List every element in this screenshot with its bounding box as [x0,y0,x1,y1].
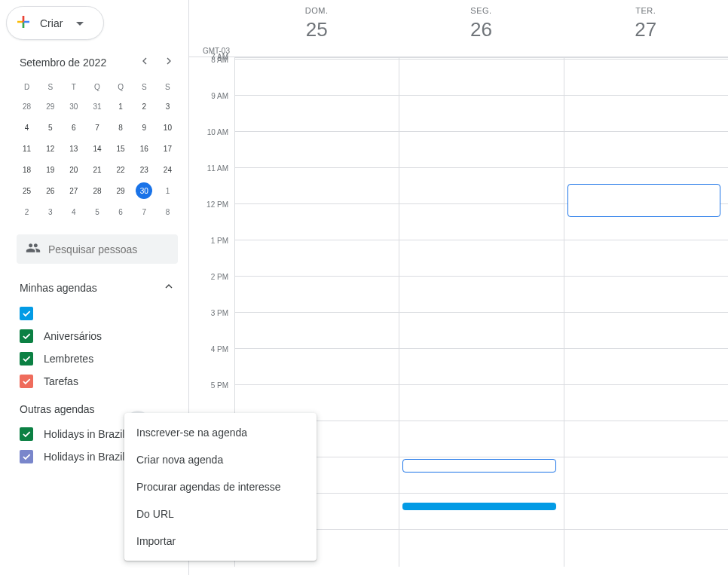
mini-cal-day[interactable]: 26 [46,182,54,200]
hour-cell[interactable] [235,348,399,384]
day-header[interactable]: SEG. 26 [399,0,563,57]
mini-cal-day[interactable]: 20 [69,161,78,179]
hour-cell[interactable] [399,312,563,348]
mini-cal-day[interactable]: 18 [23,161,31,179]
next-month-button[interactable] [163,55,175,69]
mini-cal-day[interactable]: 6 [72,119,76,136]
hour-cell[interactable] [564,493,728,529]
mini-cal-day[interactable]: 6 [118,203,123,221]
hour-cell[interactable] [399,493,563,529]
hour-cell[interactable] [399,529,563,565]
hour-cell[interactable] [235,312,399,348]
event-outline[interactable] [567,184,720,217]
hour-cell[interactable] [564,131,728,167]
hour-cell[interactable] [235,240,399,276]
mini-cal-day[interactable]: 17 [164,140,172,158]
hour-cell[interactable] [235,131,399,167]
hour-cell[interactable] [235,59,399,95]
mini-cal-day[interactable]: 27 [69,182,78,200]
create-button[interactable]: Criar [6,6,104,40]
hour-cell[interactable] [564,95,728,131]
mini-cal-day[interactable]: 2 [25,203,29,221]
mini-cal-day[interactable]: 1 [118,98,123,115]
day-header[interactable]: TER. 27 [564,0,728,57]
hour-cell[interactable] [399,240,563,276]
mini-cal-day[interactable]: 7 [95,119,99,136]
mini-cal-day[interactable]: 16 [140,140,148,158]
hour-cell[interactable] [564,59,728,95]
event[interactable] [402,503,555,510]
mini-cal-day[interactable]: 28 [93,182,101,200]
day-column[interactable] [564,57,728,567]
hour-cell[interactable] [235,203,399,240]
mini-cal-day[interactable]: 22 [117,161,125,179]
hour-cell[interactable] [564,384,728,421]
hour-cell[interactable] [399,384,563,421]
mini-cal-day[interactable]: 14 [93,140,101,158]
mini-cal-day[interactable]: 4 [72,203,76,221]
calendar-checkbox[interactable] [20,375,33,388]
day-column[interactable] [399,57,563,567]
menu-item-create-new[interactable]: Criar nova agenda [124,446,317,473]
hour-cell[interactable] [235,95,399,131]
mini-cal-day[interactable]: 8 [118,119,123,136]
menu-item-import[interactable]: Importar [124,528,317,555]
mini-cal-day[interactable]: 5 [48,119,53,136]
mini-cal-day[interactable]: 23 [140,161,148,179]
mini-cal-day[interactable]: 21 [93,161,101,179]
mini-cal-day[interactable]: 4 [25,119,29,136]
mini-cal-day[interactable]: 8 [166,203,170,221]
hour-cell[interactable] [564,312,728,348]
mini-cal-day[interactable]: 5 [95,203,99,221]
hour-cell[interactable] [235,167,399,203]
mini-cal-day[interactable]: 15 [117,140,125,158]
mini-cal-day[interactable]: 3 [166,98,170,115]
mini-cal-day[interactable]: 29 [46,98,54,115]
hour-cell[interactable] [399,276,563,312]
hour-cell[interactable] [564,240,728,276]
mini-cal-day[interactable]: 2 [142,98,146,115]
calendar-checkbox[interactable] [20,427,33,441]
hour-cell[interactable] [235,276,399,312]
mini-cal-day[interactable]: 3 [48,203,53,221]
mini-cal-day[interactable]: 25 [23,182,31,200]
mini-cal-day[interactable]: 12 [46,140,54,158]
menu-item-browse[interactable]: Procurar agendas de interesse [124,473,317,500]
mini-cal-day[interactable]: 19 [46,161,54,179]
hour-cell[interactable] [399,348,563,384]
hour-cell[interactable] [564,421,728,457]
hour-cell[interactable] [399,131,563,167]
mini-cal-day[interactable]: 30 [69,98,78,115]
calendar-checkbox[interactable] [20,450,33,463]
mini-cal-day[interactable]: 24 [164,161,172,179]
hour-cell[interactable] [399,421,563,457]
hour-cell[interactable] [399,95,563,131]
hour-cell[interactable] [564,457,728,493]
mini-cal-day[interactable]: 10 [164,119,172,136]
my-calendars-header[interactable]: Minhas agendas [6,277,188,302]
menu-item-subscribe[interactable]: Inscrever-se na agenda [124,419,317,446]
day-header[interactable]: DOM. 25 [234,0,399,57]
hour-cell[interactable] [399,59,563,95]
mini-cal-day[interactable]: 1 [166,182,170,200]
calendar-checkbox[interactable] [20,352,33,365]
menu-item-from-url[interactable]: Do URL [124,500,317,528]
mini-cal-day[interactable]: 7 [142,203,146,221]
mini-cal-day[interactable]: 11 [23,140,31,158]
hour-cell[interactable] [564,529,728,565]
calendar-checkbox[interactable] [20,307,33,320]
search-people-input[interactable] [48,243,169,255]
search-people[interactable] [17,234,178,264]
mini-cal-day[interactable]: 31 [93,98,101,115]
hour-cell[interactable] [564,276,728,312]
mini-cal-day[interactable]: 29 [117,182,125,200]
mini-cal-day[interactable]: 28 [23,98,31,115]
event-outline[interactable] [402,459,555,473]
mini-cal-day[interactable]: 13 [69,140,78,158]
mini-cal-day[interactable]: 9 [142,119,146,136]
mini-cal-day[interactable]: 30 [136,182,152,199]
hour-cell[interactable] [564,348,728,384]
hour-cell[interactable] [399,203,563,240]
calendar-checkbox[interactable] [20,329,33,343]
hour-cell[interactable] [399,167,563,203]
